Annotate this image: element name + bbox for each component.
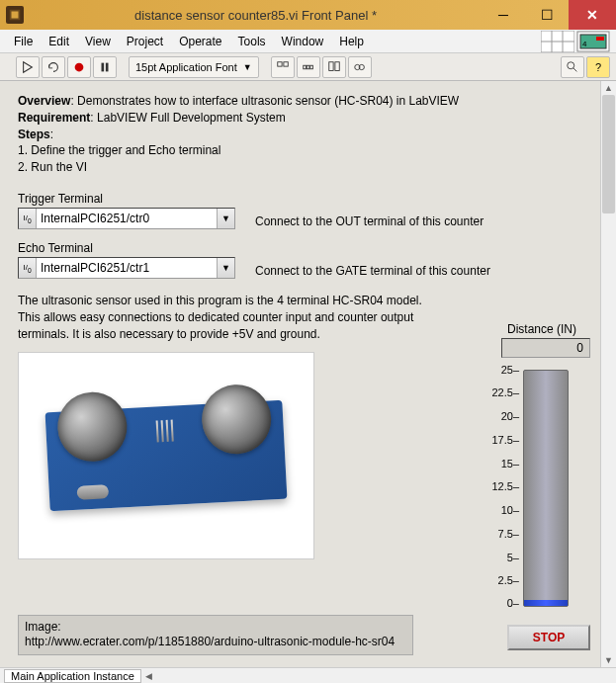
toolbar: 15pt Application Font ▼ ? bbox=[0, 53, 616, 81]
image-source-url: http://www.ecrater.com/p/11851880/arduin… bbox=[25, 635, 406, 650]
align-button[interactable] bbox=[271, 56, 295, 78]
left-arrow-icon[interactable]: ◀ bbox=[145, 671, 152, 681]
distance-value: 0 bbox=[501, 338, 590, 358]
run-button[interactable] bbox=[16, 56, 40, 78]
transducer-icon bbox=[200, 384, 273, 457]
alignment-grid-icon[interactable] bbox=[541, 31, 574, 52]
svg-rect-8 bbox=[596, 37, 604, 41]
chevron-down-icon: ▼ bbox=[243, 62, 252, 72]
transducer-icon bbox=[56, 390, 130, 464]
echo-terminal-dropdown[interactable]: I/0 InternalPCI6251/ctr1 ▼ bbox=[18, 257, 235, 279]
maximize-button[interactable]: ☐ bbox=[525, 0, 569, 30]
svg-rect-11 bbox=[102, 62, 105, 71]
io-icon: I/0 bbox=[19, 209, 37, 228]
font-value: 15pt Application Font bbox=[135, 61, 237, 73]
svg-rect-13 bbox=[277, 61, 281, 65]
vertical-scrollbar[interactable]: ▲ ▼ bbox=[600, 81, 616, 667]
svg-rect-14 bbox=[284, 61, 288, 65]
vi-icon[interactable]: 4 bbox=[576, 31, 610, 52]
svg-rect-18 bbox=[328, 61, 332, 70]
reorder-button[interactable] bbox=[348, 56, 372, 78]
stop-button[interactable]: STOP bbox=[507, 625, 590, 650]
trigger-hint: Connect to the OUT terminal of this coun… bbox=[255, 214, 484, 228]
font-selector[interactable]: 15pt Application Font ▼ bbox=[129, 56, 259, 78]
overview-label: Overview bbox=[18, 94, 70, 108]
search-button[interactable] bbox=[561, 56, 584, 78]
svg-rect-12 bbox=[106, 62, 109, 71]
svg-line-23 bbox=[573, 67, 577, 71]
tank-scale: 25– 22.5– 20– 17.5– 15– 12.5– 10– 7.5– 5… bbox=[484, 370, 519, 607]
resize-button[interactable] bbox=[322, 56, 346, 78]
scroll-down-icon: ▼ bbox=[601, 653, 616, 667]
step-2: 2. Run the VI bbox=[18, 159, 598, 176]
scroll-up-icon: ▲ bbox=[601, 81, 616, 95]
chevron-down-icon: ▼ bbox=[217, 258, 234, 278]
help-button[interactable]: ? bbox=[586, 56, 610, 78]
overview-block: Overview: Demonstrates how to interface … bbox=[18, 93, 598, 176]
trigger-label: Trigger Terminal bbox=[18, 192, 598, 206]
instance-label: Main Application Instance bbox=[4, 669, 141, 683]
distribute-button[interactable] bbox=[297, 56, 320, 78]
trigger-terminal-value: InternalPCI6251/ctr0 bbox=[37, 212, 217, 225]
svg-rect-16 bbox=[307, 65, 309, 69]
tank-indicator: 25– 22.5– 20– 17.5– 15– 12.5– 10– 7.5– 5… bbox=[484, 370, 590, 607]
pause-button[interactable] bbox=[93, 56, 117, 78]
svg-text:4: 4 bbox=[582, 40, 587, 48]
header-pins-icon bbox=[156, 420, 174, 443]
menu-tools[interactable]: Tools bbox=[230, 31, 274, 52]
distance-label: Distance (IN) bbox=[484, 322, 590, 336]
svg-rect-15 bbox=[303, 65, 306, 69]
overview-text: : Demonstrates how to interface ultrason… bbox=[70, 94, 459, 108]
menu-project[interactable]: Project bbox=[119, 31, 171, 52]
menubar: File Edit View Project Operate Tools Win… bbox=[0, 30, 616, 53]
window-title: distance sensor counter85.vi Front Panel… bbox=[30, 8, 482, 23]
crystal-icon bbox=[76, 484, 109, 500]
echo-terminal-value: InternalPCI6251/ctr1 bbox=[37, 261, 217, 275]
echo-label: Echo Terminal bbox=[18, 241, 598, 255]
steps-label: Steps bbox=[18, 128, 50, 141]
tank-fill bbox=[524, 600, 568, 606]
menu-help[interactable]: Help bbox=[331, 31, 372, 52]
scrollbar-thumb[interactable] bbox=[602, 95, 615, 213]
echo-hint: Connect to the GATE terminal of this cou… bbox=[255, 264, 490, 278]
menu-window[interactable]: Window bbox=[274, 31, 332, 52]
requirement-text: : LabVIEW Full Development System bbox=[90, 111, 285, 125]
titlebar: distance sensor counter85.vi Front Panel… bbox=[0, 0, 616, 30]
svg-point-22 bbox=[568, 61, 574, 68]
image-source-label: Image: bbox=[25, 620, 406, 636]
image-source-box: Image: http://www.ecrater.com/p/11851880… bbox=[18, 615, 413, 655]
step-1: 1. Define the trigger and Echo terminal bbox=[18, 142, 598, 159]
menu-view[interactable]: View bbox=[77, 31, 119, 52]
description-text: The ultrasonic sensor used in this progr… bbox=[18, 293, 443, 342]
run-continuous-button[interactable] bbox=[42, 56, 65, 78]
trigger-terminal-dropdown[interactable]: I/0 InternalPCI6251/ctr0 ▼ bbox=[18, 208, 235, 229]
tank-body bbox=[523, 370, 569, 607]
chevron-down-icon: ▼ bbox=[217, 209, 234, 228]
app-icon bbox=[6, 6, 24, 24]
statusbar: Main Application Instance ◀ bbox=[0, 667, 616, 683]
io-icon: I/0 bbox=[19, 258, 37, 278]
sensor-image bbox=[18, 352, 314, 559]
abort-button[interactable] bbox=[67, 56, 91, 78]
svg-point-10 bbox=[75, 62, 84, 71]
minimize-button[interactable]: ─ bbox=[482, 0, 525, 30]
svg-rect-17 bbox=[309, 65, 312, 69]
requirement-label: Requirement bbox=[18, 111, 90, 125]
front-panel-content: Overview: Demonstrates how to interface … bbox=[0, 81, 616, 667]
close-button[interactable]: ✕ bbox=[569, 0, 616, 30]
menu-edit[interactable]: Edit bbox=[41, 31, 77, 52]
svg-rect-1 bbox=[12, 12, 19, 19]
menu-file[interactable]: File bbox=[6, 31, 41, 52]
menu-operate[interactable]: Operate bbox=[171, 31, 229, 52]
svg-rect-19 bbox=[335, 61, 339, 70]
